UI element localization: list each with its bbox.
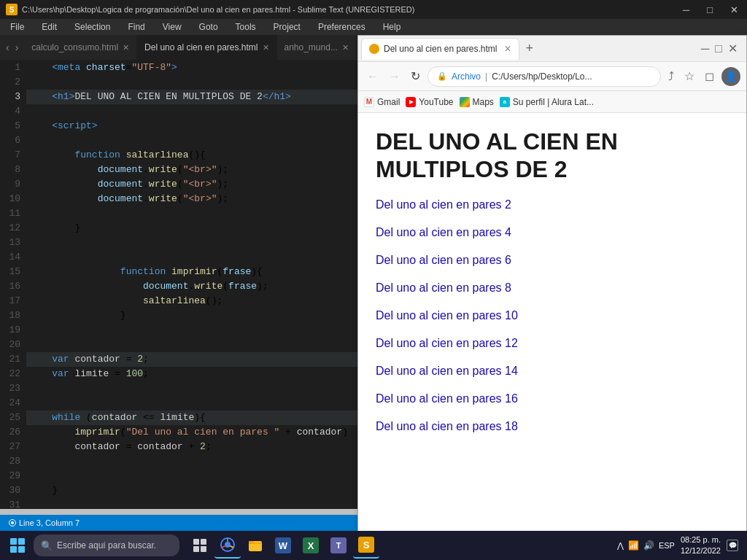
- title-bar: S C:\Users\hp\Desktop\Logica de programa…: [0, 0, 747, 19]
- tab-delpares[interactable]: Del uno al cien en pares.html ✕: [137, 35, 276, 60]
- volume-icon: 🔊: [643, 540, 654, 551]
- menu-preferences[interactable]: Preferences: [314, 20, 370, 34]
- menu-goto[interactable]: Goto: [195, 20, 222, 34]
- menu-file[interactable]: File: [6, 20, 28, 34]
- list-item-4[interactable]: Del uno al cien en pares 8: [376, 281, 729, 295]
- maximize-button[interactable]: □: [704, 4, 716, 15]
- code-line-30: }: [26, 483, 357, 498]
- tab-next-button[interactable]: ›: [12, 40, 22, 55]
- nav-reload-button[interactable]: ↻: [408, 66, 423, 86]
- tab-delpares-close[interactable]: ✕: [263, 43, 269, 52]
- taskbar-search[interactable]: 🔍 Escribe aquí para buscar.: [34, 534, 179, 556]
- menu-selection[interactable]: Selection: [70, 20, 115, 34]
- taskbar-sublime[interactable]: S: [353, 532, 379, 559]
- code-line-9: document.write("<br>");: [26, 177, 357, 192]
- line-num-15: 15: [6, 265, 20, 279]
- line-num-14: 14: [6, 250, 20, 265]
- search-placeholder: Escribe aquí para buscar.: [57, 540, 156, 551]
- code-line-26: imprimir("Del uno al cien en pares " + c…: [26, 425, 357, 440]
- list-item-8[interactable]: Del uno al cien en pares 16: [376, 392, 729, 405]
- maps-icon: [460, 97, 470, 107]
- line-num-18: 18: [6, 308, 20, 323]
- browser-tab-title: Del uno al cien en pares.html: [384, 44, 497, 54]
- browser-minimize[interactable]: ─: [701, 42, 709, 55]
- list-item-2[interactable]: Del uno al cien en pares 4: [376, 226, 729, 239]
- taskbar-excel[interactable]: X: [298, 532, 324, 559]
- clock[interactable]: 08:25 p. m. 12/12/2022: [681, 534, 721, 557]
- browser-new-tab[interactable]: +: [519, 41, 539, 56]
- nav-forward-button[interactable]: →: [386, 67, 403, 86]
- taskbar-chrome[interactable]: [214, 532, 241, 559]
- browser-tab-bar: Del uno al cien en pares.html ✕ + ─ □ ✕: [358, 36, 746, 62]
- menu-find[interactable]: Find: [123, 20, 149, 34]
- code-editor[interactable]: 1 2 3 4 5 6 7 8 9 10 11 12 13 14 15 16 1…: [0, 61, 357, 509]
- list-item-9[interactable]: Del uno al cien en pares 18: [376, 420, 729, 433]
- browser-window: Del uno al cien en pares.html ✕ + ─ □ ✕ …: [357, 35, 747, 538]
- taskbar-explorer[interactable]: [242, 532, 268, 559]
- profile-avatar[interactable]: 👤: [721, 67, 740, 86]
- address-url: C:/Users/hp/Desktop/Lo...: [492, 71, 592, 82]
- line-num-12: 12: [6, 221, 20, 236]
- browser-tab-active[interactable]: Del uno al cien en pares.html ✕: [361, 38, 519, 60]
- bookmark-youtube[interactable]: YouTube: [406, 97, 453, 107]
- list-item-5[interactable]: Del uno al cien en pares 10: [376, 309, 729, 322]
- code-line-22: var limite = 100;: [26, 367, 357, 381]
- taskbar-word[interactable]: W: [270, 532, 296, 559]
- notification-center[interactable]: 💬: [727, 540, 738, 551]
- browser-maximize[interactable]: □: [715, 42, 722, 55]
- taskbar: 🔍 Escribe aquí para buscar.: [0, 531, 747, 560]
- menu-tools[interactable]: Tools: [231, 20, 260, 34]
- chevron-up-icon[interactable]: ⋀: [617, 541, 624, 551]
- code-content[interactable]: <meta charset="UTF-8"> <h1>DEL UNO AL CI…: [26, 61, 357, 509]
- browser-close[interactable]: ✕: [728, 42, 738, 55]
- svg-point-6: [225, 542, 231, 548]
- line-num-6: 6: [6, 133, 20, 148]
- bookmark-gmail[interactable]: M Gmail: [364, 97, 400, 107]
- code-line-28: [26, 454, 357, 469]
- menu-edit[interactable]: Edit: [37, 20, 61, 34]
- menu-view[interactable]: View: [158, 20, 186, 34]
- line-num-24: 24: [6, 396, 20, 411]
- status-text: Line 3, Column 7: [19, 518, 80, 527]
- minimize-button[interactable]: ─: [680, 4, 692, 15]
- bookmark-maps[interactable]: Maps: [460, 97, 494, 107]
- tab-anho[interactable]: anho_mund... ✕: [277, 35, 357, 60]
- close-button[interactable]: ✕: [727, 4, 741, 15]
- address-bar[interactable]: 🔒 Archivo | C:/Users/hp/Desktop/Lo...: [427, 66, 661, 87]
- code-line-19: [26, 323, 357, 338]
- page-list: Del uno al cien en pares 2 Del uno al ci…: [376, 198, 729, 433]
- app-icon: S: [6, 4, 18, 15]
- bookmark-alura[interactable]: a Su perfil | Alura Lat...: [500, 97, 594, 107]
- tab-calculo-close[interactable]: ✕: [123, 43, 129, 52]
- taskbar-teams[interactable]: T: [325, 532, 352, 559]
- svg-rect-4: [201, 546, 206, 552]
- tab-calculo[interactable]: calculo_consumo.html ✕: [24, 35, 137, 60]
- list-item-1[interactable]: Del uno al cien en pares 2: [376, 198, 729, 211]
- line-num-31: 31: [6, 498, 20, 509]
- list-item-6[interactable]: Del uno al cien en pares 12: [376, 337, 729, 350]
- system-tray: ⋀ 📶 🔊 ESP: [617, 540, 675, 551]
- menu-project[interactable]: Project: [269, 20, 305, 34]
- line-num-22: 22: [6, 367, 20, 381]
- list-item-3[interactable]: Del uno al cien en pares 6: [376, 254, 729, 267]
- tab-delpares-label: Del uno al cien en pares.html: [144, 42, 258, 52]
- code-line-10: document.write("<br>");: [26, 192, 357, 206]
- task-view-button[interactable]: [187, 532, 213, 559]
- tab-anho-close[interactable]: ✕: [342, 43, 349, 52]
- menu-help[interactable]: Help: [379, 20, 406, 34]
- svg-marker-0: [409, 100, 414, 104]
- share-icon[interactable]: ⤴: [665, 67, 677, 86]
- extensions-icon[interactable]: ◻: [702, 66, 717, 86]
- line-num-29: 29: [6, 469, 20, 483]
- nav-back-button[interactable]: ←: [364, 67, 382, 86]
- tab-prev-button[interactable]: ‹: [3, 40, 12, 55]
- windows-icon: [10, 538, 25, 553]
- bookmark-icon[interactable]: ☆: [681, 66, 697, 86]
- svg-rect-2: [201, 539, 206, 545]
- line-num-26: 26: [6, 425, 20, 440]
- start-button[interactable]: [3, 531, 32, 560]
- browser-tab-close[interactable]: ✕: [504, 44, 511, 54]
- list-item-7[interactable]: Del uno al cien en pares 14: [376, 365, 729, 378]
- line-num-25: 25: [6, 411, 20, 425]
- network-icon: 📶: [628, 540, 639, 551]
